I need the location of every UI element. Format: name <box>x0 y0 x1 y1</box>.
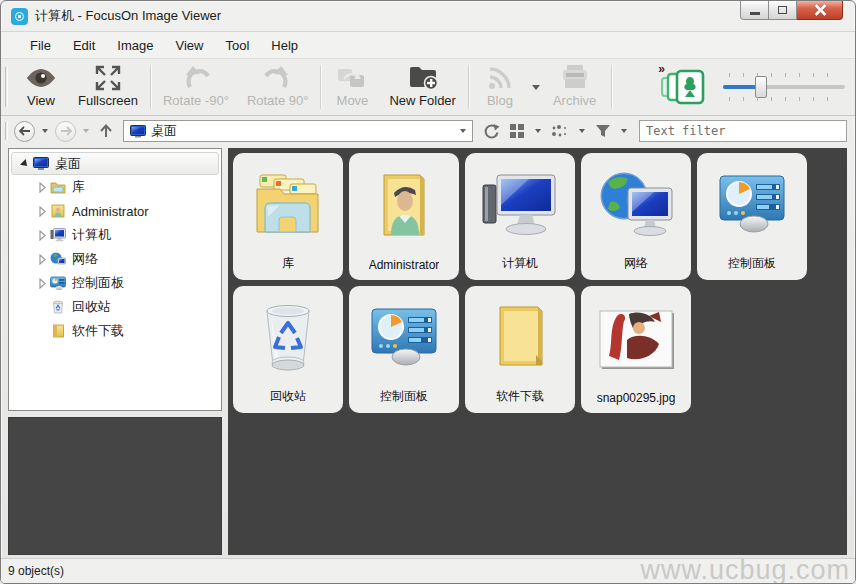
title-bar[interactable]: 计算机 - FocusOn Image Viewer <box>1 1 855 31</box>
app-window: 计算机 - FocusOn Image Viewer File Edit Ima… <box>0 0 856 584</box>
app-logo-icon <box>11 8 28 25</box>
tree-item-computer[interactable]: 计算机 <box>9 223 221 247</box>
toolbar-gripper[interactable] <box>5 67 8 107</box>
menu-edit[interactable]: Edit <box>62 34 106 57</box>
tile-control-panel[interactable]: 控制面板 <box>697 153 807 280</box>
tree-item-label: 网络 <box>72 250 98 268</box>
blog-dropdown-button[interactable] <box>528 61 544 113</box>
tile-administrator[interactable]: Administrator <box>349 153 459 280</box>
tree-item-control-panel[interactable]: 控制面板 <box>9 271 221 295</box>
close-button[interactable] <box>797 1 843 20</box>
maximize-button[interactable] <box>769 1 797 20</box>
tree-item-libraries[interactable]: 库 <box>9 175 221 199</box>
tree-item-network[interactable]: 网络 <box>9 247 221 271</box>
left-column: 桌面 库 Administrator <box>8 148 222 555</box>
menu-bar: File Edit Image View Tool Help <box>1 31 855 58</box>
filter-dropdown[interactable] <box>617 129 631 133</box>
tile-label: Administrator <box>369 258 440 272</box>
folder-icon <box>49 323 67 339</box>
control-panel-icon <box>349 286 459 388</box>
archive-icon <box>560 63 590 91</box>
location-combobox[interactable]: 桌面 <box>123 120 473 142</box>
tree-item-label: 计算机 <box>72 226 111 244</box>
chevron-down-icon <box>532 85 540 90</box>
folder-icon <box>465 286 575 388</box>
move-button-label: Move <box>337 93 369 108</box>
new-folder-button[interactable]: New Folder <box>380 61 464 113</box>
tree-item-label: 回收站 <box>72 298 111 316</box>
tile-label: 库 <box>282 255 294 272</box>
tile-snap-image[interactable]: snap00295.jpg <box>581 286 691 413</box>
move-folders-icon <box>336 65 368 91</box>
blog-button-label: Blog <box>487 93 513 108</box>
rotate-ccw-button[interactable]: Rotate -90° <box>154 61 238 113</box>
image-thumbnail <box>581 286 691 391</box>
tile-label: 网络 <box>624 255 648 272</box>
menu-image[interactable]: Image <box>106 34 164 57</box>
rotate-ccw-icon <box>182 65 210 91</box>
tree-item-label: 控制面板 <box>72 274 124 292</box>
blog-button[interactable]: Blog <box>472 61 528 113</box>
computer-icon <box>465 153 575 255</box>
location-text: 桌面 <box>151 122 177 140</box>
tree-item-recycle-bin[interactable]: 回收站 <box>9 295 221 319</box>
window-title: 计算机 - FocusOn Image Viewer <box>35 7 221 25</box>
sort-dots-icon <box>551 124 569 138</box>
tree-collapsed-arrow-icon[interactable] <box>35 254 49 265</box>
minimize-button[interactable] <box>740 1 769 20</box>
menu-tool[interactable]: Tool <box>214 34 260 57</box>
tree-expanded-arrow-icon[interactable] <box>18 161 32 167</box>
menu-view[interactable]: View <box>165 34 215 57</box>
view-button[interactable]: View <box>13 61 69 113</box>
tree-item-software-downloads[interactable]: 软件下载 <box>9 319 221 343</box>
toolbar-separator <box>150 65 151 109</box>
tile-libraries[interactable]: 库 <box>233 153 343 280</box>
back-history-dropdown[interactable] <box>38 129 52 133</box>
tree-collapsed-arrow-icon[interactable] <box>35 278 49 289</box>
forward-history-dropdown[interactable] <box>79 129 93 133</box>
tile-grid: 库 Administrator <box>230 150 845 416</box>
toolbar-separator <box>320 65 321 109</box>
rotate-cw-button[interactable]: Rotate 90° <box>238 61 318 113</box>
content-area[interactable]: 库 Administrator <box>228 148 847 555</box>
sort-dropdown[interactable] <box>575 129 589 133</box>
fullscreen-button[interactable]: Fullscreen <box>69 61 147 113</box>
view-mode-dropdown[interactable] <box>531 129 545 133</box>
tile-label: 计算机 <box>502 255 538 272</box>
tile-computer[interactable]: 计算机 <box>465 153 575 280</box>
close-icon <box>814 4 826 16</box>
tree-item-label: 桌面 <box>55 155 81 173</box>
tile-software-downloads[interactable]: 软件下载 <box>465 286 575 413</box>
tree-item-desktop[interactable]: 桌面 <box>11 152 219 175</box>
back-button[interactable] <box>14 121 35 142</box>
network-icon <box>49 251 67 267</box>
forward-button[interactable] <box>55 121 76 142</box>
slider-thumb[interactable] <box>755 76 767 98</box>
new-folder-button-label: New Folder <box>389 93 455 108</box>
main-area: 桌面 库 Administrator <box>1 146 855 558</box>
sort-button[interactable] <box>548 122 572 140</box>
toolbar-overflow-button[interactable]: » <box>658 62 665 76</box>
thumbnail-size-slider[interactable] <box>723 67 845 107</box>
tree-collapsed-arrow-icon[interactable] <box>35 230 49 241</box>
tile-network[interactable]: 网络 <box>581 153 691 280</box>
tree-item-administrator[interactable]: Administrator <box>9 199 221 223</box>
menu-file[interactable]: File <box>19 34 62 57</box>
view-mode-button[interactable] <box>506 121 528 141</box>
tile-control-panel-2[interactable]: 控制面板 <box>349 286 459 413</box>
tile-label: 软件下载 <box>496 388 544 405</box>
menu-help[interactable]: Help <box>260 34 309 57</box>
rotate-ccw-button-label: Rotate -90° <box>163 93 229 108</box>
move-button[interactable]: Move <box>324 61 380 113</box>
filter-button[interactable] <box>592 122 614 140</box>
archive-button[interactable]: Archive <box>544 61 605 113</box>
grid-view-icon <box>509 123 525 139</box>
tile-recycle-bin[interactable]: 回收站 <box>233 286 343 413</box>
refresh-button[interactable] <box>480 121 503 142</box>
text-filter-input[interactable] <box>639 120 847 142</box>
tree-collapsed-arrow-icon[interactable] <box>35 182 49 193</box>
tree-collapsed-arrow-icon[interactable] <box>35 206 49 217</box>
addressbar-gripper[interactable] <box>5 122 8 140</box>
up-button[interactable] <box>96 121 116 142</box>
fullscreen-button-label: Fullscreen <box>78 93 138 108</box>
